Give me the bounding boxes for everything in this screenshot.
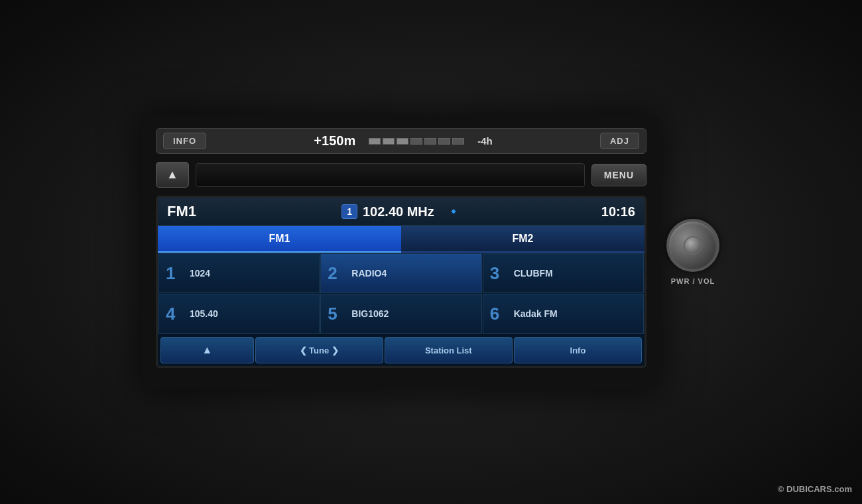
tab-fm1[interactable]: FM1 bbox=[158, 226, 401, 253]
fm-label: FM1 bbox=[167, 203, 214, 220]
head-unit: INFO +150m -4h ADJ bbox=[143, 115, 660, 389]
screen-header: FM1 1 102.40 MHz 🔹 10:16 bbox=[158, 198, 645, 226]
nav-segment-6 bbox=[438, 138, 450, 145]
preset-1[interactable]: 1 1024 bbox=[158, 253, 320, 293]
preset-2-number: 2 bbox=[328, 263, 346, 284]
pwr-vol-knob[interactable] bbox=[666, 219, 719, 272]
up-button[interactable]: ▲ bbox=[160, 337, 254, 363]
nav-center: +150m -4h bbox=[314, 133, 492, 149]
disc-row: ▲ MENU bbox=[156, 162, 646, 188]
nav-segment-2 bbox=[383, 138, 395, 145]
preset-1-number: 1 bbox=[166, 263, 184, 284]
preset-6-number: 6 bbox=[490, 304, 509, 324]
top-nav-bar: INFO +150m -4h ADJ bbox=[156, 128, 646, 154]
nav-segment-5 bbox=[424, 138, 436, 145]
nav-segment-7 bbox=[452, 138, 464, 145]
disc-slot bbox=[196, 163, 585, 187]
preset-1-name: 1024 bbox=[190, 268, 210, 279]
nav-progress-bar bbox=[369, 138, 464, 145]
band-tabs: FM1 FM2 bbox=[158, 226, 645, 253]
preset-5-name: BIG1062 bbox=[351, 308, 389, 319]
screen: FM1 1 102.40 MHz 🔹 10:16 FM1 FM2 bbox=[156, 196, 646, 368]
head-unit-wrapper: INFO +150m -4h ADJ bbox=[143, 115, 719, 389]
nav-segment-3 bbox=[397, 138, 408, 145]
tab-fm2[interactable]: FM2 bbox=[401, 226, 645, 253]
preset-4-number: 4 bbox=[166, 304, 184, 324]
nav-segment-1 bbox=[369, 138, 381, 145]
menu-button[interactable]: MENU bbox=[591, 164, 646, 186]
frequency-text: 102.40 MHz bbox=[363, 204, 434, 220]
freq-display: 1 102.40 MHz 🔹 bbox=[214, 204, 589, 220]
preset-2[interactable]: 2 RADIO4 bbox=[320, 253, 481, 293]
preset-2-name: RADIO4 bbox=[351, 268, 387, 279]
preset-badge: 1 bbox=[341, 204, 357, 219]
watermark: © DUBICARS.com bbox=[778, 484, 852, 494]
preset-3-number: 3 bbox=[490, 263, 509, 284]
bottom-controls: ▲ ❮ Tune ❯ Station List Info bbox=[158, 334, 645, 366]
preset-3[interactable]: 3 CLUBFM bbox=[483, 253, 644, 293]
preset-4-name: 105.40 bbox=[190, 308, 218, 319]
preset-4[interactable]: 4 105.40 bbox=[158, 294, 320, 334]
preset-5[interactable]: 5 BIG1062 bbox=[320, 294, 481, 334]
preset-3-name: CLUBFM bbox=[514, 268, 553, 279]
nav-time-offset: -4h bbox=[477, 135, 493, 147]
station-list-button[interactable]: Station List bbox=[385, 337, 513, 363]
preset-6-name: Kadak FM bbox=[514, 308, 558, 319]
adj-button[interactable]: ADJ bbox=[600, 133, 639, 149]
preset-6[interactable]: 6 Kadak FM bbox=[483, 294, 644, 334]
nav-segment-4 bbox=[410, 138, 422, 145]
main-layout: INFO +150m -4h ADJ bbox=[0, 0, 862, 504]
knob-section: PWR / VOL bbox=[666, 219, 719, 285]
presets-grid: 1 1024 2 RADIO4 3 CLUBFM 4 105.40 bbox=[158, 253, 645, 334]
bluetooth-icon: 🔹 bbox=[446, 204, 461, 219]
info-screen-button[interactable]: Info bbox=[514, 337, 642, 363]
info-button[interactable]: INFO bbox=[163, 133, 206, 149]
time-display: 10:16 bbox=[589, 204, 635, 220]
eject-button[interactable]: ▲ bbox=[156, 162, 189, 188]
knob-label: PWR / VOL bbox=[671, 277, 715, 285]
preset-5-number: 5 bbox=[328, 304, 346, 324]
tune-button[interactable]: ❮ Tune ❯ bbox=[255, 337, 383, 363]
nav-distance: +150m bbox=[314, 133, 355, 149]
